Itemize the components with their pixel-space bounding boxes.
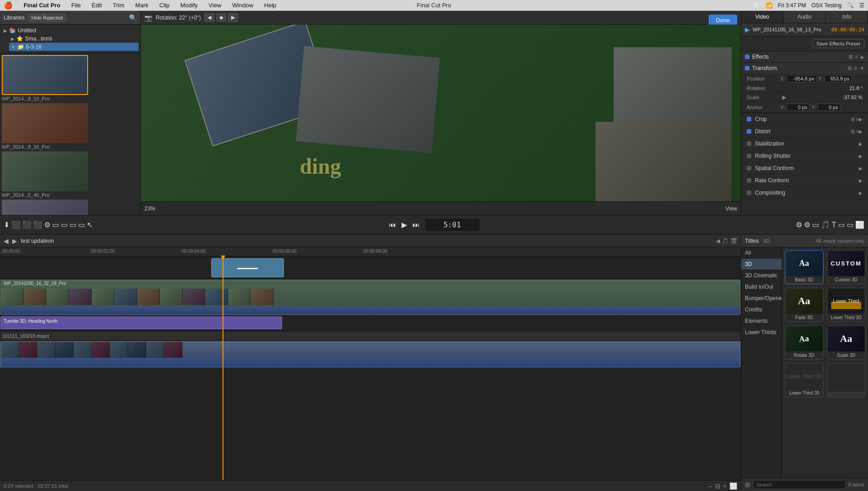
rate-conform-row[interactable]: Rate Conform ▶ bbox=[741, 175, 868, 187]
hide-rejected-button[interactable]: Hide Rejected bbox=[28, 14, 66, 22]
cat-3d-cinematic[interactable]: 3D Cinematic bbox=[741, 270, 782, 281]
effects-header[interactable]: Effects ⊞ ≡ ▶ bbox=[741, 51, 868, 62]
cat-lower-thirds[interactable]: Lower Thirds bbox=[741, 327, 782, 338]
title-card-lowerthird30[interactable]: Lower Third 30 Lower Third 30 bbox=[785, 363, 823, 397]
library-search-button[interactable]: 🔍 bbox=[129, 14, 137, 21]
menu-help[interactable]: Help bbox=[263, 2, 278, 9]
toolbar-title-btn[interactable]: T bbox=[832, 221, 836, 229]
clip-item-3[interactable]: WP_2014...0_46_Pro bbox=[2, 200, 139, 215]
crop-row[interactable]: Crop ⊞ ≡ ▶ bbox=[741, 113, 868, 125]
spatial-conform-row[interactable]: Spatial Conform ▶ bbox=[741, 162, 868, 175]
menu-modify[interactable]: Modify bbox=[179, 2, 199, 9]
playhead[interactable] bbox=[223, 256, 223, 480]
toolbar-trans-btn[interactable]: ▭ bbox=[838, 220, 845, 229]
zoom-in-button[interactable]: + bbox=[723, 482, 727, 490]
menu-view[interactable]: View bbox=[207, 2, 223, 9]
anchor-y-field[interactable] bbox=[818, 104, 840, 111]
title-card-lowerthird3d[interactable]: Lower Third Lower Third 3D bbox=[827, 288, 866, 322]
nav-prev-button[interactable]: ◀ bbox=[204, 13, 214, 22]
nav-reset-button[interactable]: ◆ bbox=[216, 13, 226, 22]
airplay-icon[interactable]: ⬜ bbox=[754, 2, 760, 9]
titles-sidebar-toggle[interactable]: ⊞ bbox=[745, 481, 750, 488]
cat-all[interactable]: All bbox=[741, 247, 782, 259]
position-y-field[interactable] bbox=[824, 75, 852, 82]
scale-arrow[interactable]: ▶ bbox=[782, 94, 786, 100]
tree-item-smart[interactable]: ▶ ⭐ Sma...tions bbox=[9, 35, 139, 43]
rolling-shutter-row[interactable]: Rolling Shutter ▶ bbox=[741, 150, 868, 162]
purple-effects-clip[interactable]: Tumble 3D: Heading North bbox=[0, 316, 282, 329]
tl-audio-btn[interactable]: 🎵 bbox=[722, 238, 729, 244]
go-to-end-button[interactable]: ⏭ bbox=[412, 221, 420, 229]
tl-prev-button[interactable]: ◀ bbox=[4, 237, 9, 245]
title-card-placeholder8[interactable] bbox=[827, 363, 866, 397]
cat-credits[interactable]: Credits bbox=[741, 304, 782, 316]
effects-list-icon[interactable]: ≡ bbox=[855, 54, 858, 60]
secondary-video-clip[interactable] bbox=[0, 341, 740, 367]
cat-bumper-opener[interactable]: Bumper/Opener bbox=[741, 293, 782, 304]
toolbar-clip-btn3[interactable]: ⬛ bbox=[33, 220, 42, 229]
main-video-clip[interactable]: WP_20141030_16_32_29_Pro bbox=[0, 280, 740, 315]
stabilization-row[interactable]: Stabilization ▶ bbox=[741, 138, 868, 150]
toolbar-clip-btn1[interactable]: ⬛ bbox=[11, 220, 20, 229]
zoom-expand-button[interactable]: ⬜ bbox=[729, 482, 737, 490]
menu-clip[interactable]: Clip bbox=[158, 2, 171, 9]
menu-app-name[interactable]: Final Cut Pro bbox=[22, 2, 62, 9]
title-card-scale3d[interactable]: Aa Scale 3D bbox=[827, 326, 866, 360]
toolbar-left-btn[interactable]: ⬇ bbox=[4, 220, 10, 229]
menu-edit[interactable]: Edit bbox=[90, 2, 104, 9]
wifi-icon[interactable]: 📶 bbox=[766, 2, 773, 9]
nav-next-button[interactable]: ▶ bbox=[228, 13, 238, 22]
zoom-fit-button[interactable]: ⊟ bbox=[715, 482, 720, 490]
play-button[interactable]: ▶ bbox=[402, 220, 407, 229]
transform-list-icon[interactable]: ≡ bbox=[854, 65, 857, 71]
menu-file[interactable]: File bbox=[69, 2, 83, 9]
titles-filter-toggle[interactable]: 4K-ready content only bbox=[816, 238, 864, 244]
toolbar-snap-btn[interactable]: ▭ bbox=[812, 220, 819, 229]
transform-header[interactable]: Transform ⊞ ≡ ▼ bbox=[741, 63, 868, 74]
tree-item-folder[interactable]: ▼ 📁 6-3-16 bbox=[9, 43, 139, 51]
toolbar-tool-btn[interactable]: ⚙ bbox=[44, 220, 50, 229]
effects-grid-icon[interactable]: ⊞ bbox=[848, 54, 853, 60]
cat-3d[interactable]: 3D bbox=[741, 259, 782, 270]
tab-audio[interactable]: Audio bbox=[784, 11, 826, 23]
save-effects-preset-button[interactable]: Save Effects Preset bbox=[813, 39, 864, 48]
toolbar-append-btn[interactable]: ▭ bbox=[69, 220, 76, 229]
compositing-row[interactable]: Compositing ▶ bbox=[741, 187, 868, 199]
position-x-field[interactable] bbox=[787, 75, 816, 82]
clip-item-0[interactable]: WP_2014...8_13_Pro bbox=[2, 55, 139, 101]
view-button[interactable]: View bbox=[725, 205, 737, 212]
tl-video-btn[interactable]: 🎬 bbox=[730, 238, 737, 244]
anchor-x-field[interactable] bbox=[787, 104, 809, 111]
toolbar-insert-btn[interactable]: ▭ bbox=[61, 220, 68, 229]
title-card-custom3d[interactable]: CUSTOM Custom 3D bbox=[827, 250, 866, 284]
tree-item-untitled[interactable]: ▶ 📚 Untitled bbox=[2, 26, 139, 35]
connected-clip[interactable]: ▬▬▬▬▬ bbox=[211, 258, 284, 277]
tl-zoom-out-btn[interactable]: ◀ bbox=[716, 238, 720, 244]
toolbar-overwrite-btn[interactable]: ▭ bbox=[78, 220, 85, 229]
tab-info[interactable]: Info bbox=[826, 11, 868, 23]
distort-row[interactable]: Distort ⊞ ≡ ▶ bbox=[741, 125, 868, 138]
toolbar-expand-btn[interactable]: ⬜ bbox=[855, 220, 864, 229]
toolbar-settings2-btn[interactable]: ⚙ bbox=[804, 220, 810, 229]
tab-video[interactable]: Video bbox=[741, 11, 784, 23]
cat-build-in-out[interactable]: Build In/Out bbox=[741, 281, 782, 293]
clip-item-1[interactable]: WP_2014...8_16_Pro bbox=[2, 103, 139, 150]
clip-item-2[interactable]: WP_2014...5_40_Pro bbox=[2, 151, 139, 198]
search-icon[interactable]: 🔍 bbox=[847, 2, 854, 9]
menu-trim[interactable]: Trim bbox=[111, 2, 126, 9]
toolbar-clip-btn2[interactable]: ⬛ bbox=[22, 220, 31, 229]
toolbar-select-btn[interactable]: ↖ bbox=[87, 220, 93, 229]
title-card-fade3d[interactable]: Aa Fade 3D bbox=[785, 288, 823, 322]
notification-icon[interactable]: ☰ bbox=[859, 2, 864, 9]
menu-window[interactable]: Window bbox=[230, 2, 255, 9]
apple-menu[interactable]: 🍎 bbox=[4, 1, 13, 10]
tl-next-button[interactable]: ▶ bbox=[12, 237, 17, 245]
toolbar-connect-btn[interactable]: ▭ bbox=[52, 220, 59, 229]
titles-search-input[interactable] bbox=[753, 480, 846, 489]
menu-mark[interactable]: Mark bbox=[134, 2, 150, 9]
cat-elements[interactable]: Elements bbox=[741, 316, 782, 327]
transform-grid-icon[interactable]: ⊞ bbox=[848, 65, 852, 71]
title-card-basic3d[interactable]: Aa Basic 3D bbox=[785, 250, 823, 284]
go-to-start-button[interactable]: ⏮ bbox=[389, 221, 396, 229]
zoom-out-button[interactable]: – bbox=[709, 482, 712, 490]
